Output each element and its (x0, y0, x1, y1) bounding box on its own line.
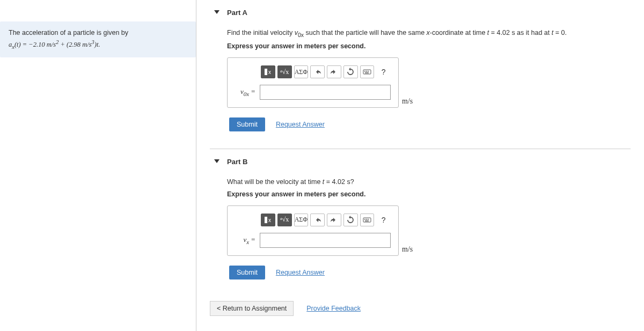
help-icon[interactable]: ? (376, 214, 391, 226)
svg-rect-13 (365, 220, 369, 222)
part-a-block: Part A Find the initial velocity v0x suc… (210, 0, 631, 137)
sqrt-icon[interactable]: ⁿ√x (277, 214, 292, 226)
undo-icon[interactable] (310, 214, 325, 226)
return-button[interactable]: < Return to Assignment (210, 301, 294, 316)
answer-input-b[interactable] (260, 233, 391, 248)
problem-line1: The acceleration of a particle is given … (9, 28, 187, 38)
svg-text:x: x (268, 217, 271, 223)
toolbar-b: x ⁿ√x ΑΣΦ ? (261, 214, 391, 226)
svg-rect-10 (364, 219, 365, 220)
svg-rect-6 (365, 72, 369, 73)
svg-rect-11 (366, 219, 367, 220)
problem-statement: The acceleration of a particle is given … (0, 21, 196, 57)
part-b-header[interactable]: Part B (210, 149, 631, 170)
answer-frame-a: x ⁿ√x ΑΣΦ ? v0x = (227, 57, 399, 108)
svg-rect-0 (265, 69, 267, 75)
problem-line2: ax(t) = −2.10 m/s2 + (2.98 m/s3)t. (9, 38, 187, 51)
format-icon[interactable]: x (261, 214, 275, 226)
help-icon[interactable]: ? (376, 65, 391, 78)
part-b-prompt: What will be the velocity at time t = 4.… (227, 178, 631, 187)
part-b-express: Express your answer in meters per second… (227, 190, 631, 198)
request-answer-b[interactable]: Request Answer (276, 269, 325, 276)
submit-button-b[interactable]: Submit (229, 266, 265, 279)
part-a-prompt: Find the initial velocity v0x such that … (227, 28, 631, 39)
part-a-header[interactable]: Part A (210, 0, 631, 21)
main-content: Part A Find the initial velocity v0x suc… (196, 0, 644, 331)
submit-button-a[interactable]: Submit (229, 117, 265, 131)
reset-icon[interactable] (343, 65, 358, 78)
redo-icon[interactable] (327, 65, 341, 78)
footer-bar: < Return to Assignment Provide Feedback (210, 301, 631, 316)
problem-sidebar: The acceleration of a particle is given … (0, 0, 196, 331)
answer-frame-b: x ⁿ√x ΑΣΦ ? vx = (227, 205, 399, 256)
part-b-block: Part B What will be the velocity at time… (210, 149, 631, 285)
redo-icon[interactable] (327, 214, 341, 226)
keyboard-icon[interactable] (360, 214, 375, 226)
format-icon[interactable]: x (261, 65, 275, 78)
svg-rect-7 (265, 217, 267, 223)
chevron-down-icon (214, 10, 219, 14)
var-label-a: v0x = (235, 87, 255, 97)
keyboard-icon[interactable] (360, 65, 375, 78)
part-a-express: Express your answer in meters per second… (227, 42, 631, 50)
svg-text:x: x (268, 69, 271, 75)
svg-rect-9 (363, 218, 371, 222)
part-b-title: Part B (227, 158, 247, 166)
undo-icon[interactable] (310, 65, 325, 78)
part-a-title: Part A (227, 9, 247, 17)
svg-rect-3 (364, 71, 365, 72)
svg-rect-2 (363, 70, 371, 74)
chevron-down-icon (214, 159, 219, 163)
var-label-b: vx = (235, 236, 255, 245)
unit-b: m/s (402, 245, 413, 256)
svg-rect-5 (368, 71, 369, 72)
greek-button[interactable]: ΑΣΦ (294, 214, 309, 226)
answer-input-a[interactable] (260, 85, 391, 100)
greek-button[interactable]: ΑΣΦ (294, 65, 309, 78)
svg-rect-12 (368, 219, 369, 220)
provide-feedback-link[interactable]: Provide Feedback (306, 305, 361, 312)
request-answer-a[interactable]: Request Answer (276, 121, 325, 128)
toolbar-a: x ⁿ√x ΑΣΦ ? (261, 65, 391, 78)
reset-icon[interactable] (343, 214, 358, 226)
svg-rect-4 (366, 71, 367, 72)
sqrt-icon[interactable]: ⁿ√x (277, 65, 292, 78)
unit-a: m/s (402, 97, 413, 108)
